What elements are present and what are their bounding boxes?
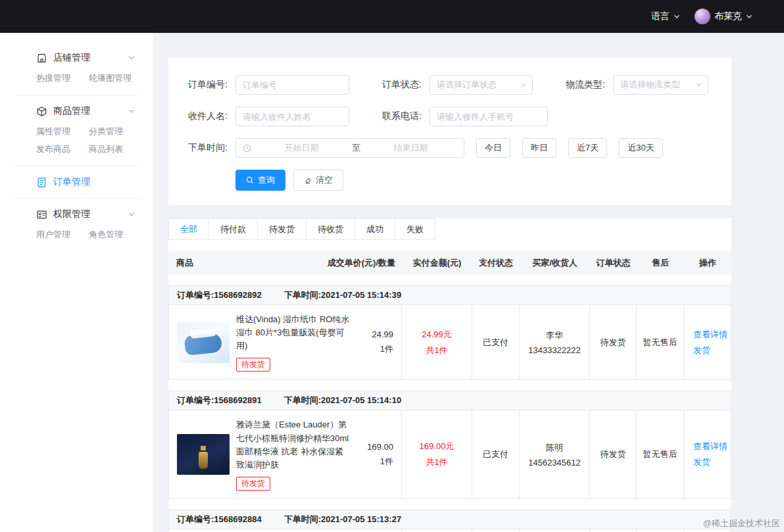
status-tag: 待发货 — [236, 358, 270, 372]
col-after-sale: 售后 — [637, 257, 684, 269]
order-row: 雅诗兰黛（Estee Lauder）第七代小棕瓶特润修护精华30ml 面部精华液… — [169, 410, 731, 498]
paid-amount-cell: 24.99元 共1件 — [401, 305, 472, 379]
goods-icon — [36, 106, 47, 117]
sidebar-item-role-management[interactable]: 角色管理 — [89, 229, 153, 241]
product-image — [177, 322, 230, 363]
order-list-panel: 全部 待付款 待发货 待收货 成功 失败 商品 成交单价(元)/数量 实付金额(… — [168, 218, 731, 532]
quick-7days-button[interactable]: 近7天 — [568, 138, 607, 158]
avatar — [695, 9, 710, 24]
store-submenu: 热搜管理 轮播图管理 — [0, 71, 153, 92]
tab-pending-shipment[interactable]: 待发货 — [257, 218, 306, 240]
pay-status-cell: 已支付 — [472, 305, 519, 379]
chevron-down-icon — [696, 82, 702, 88]
unit-price-qty: 169.00 1件 — [358, 442, 396, 468]
ship-link[interactable]: 发货 — [693, 345, 710, 356]
chevron-down-icon — [674, 13, 680, 20]
order-number: 订单编号:1568692892 — [177, 289, 262, 301]
range-separator: 至 — [352, 142, 360, 154]
order-head: 订单编号:1568692884 下单时间:2021-07-05 15:13:27 — [169, 510, 731, 529]
sidebar-item-category[interactable]: 分类管理 — [89, 126, 153, 137]
divider — [13, 95, 140, 95]
phone-input[interactable] — [429, 107, 548, 126]
date-range-picker[interactable]: 开始日期 至 结束日期 — [235, 138, 464, 158]
divider — [13, 198, 140, 199]
col-order-status: 订单状态 — [590, 257, 637, 269]
search-icon — [246, 176, 254, 184]
sidebar-item-permission-management[interactable]: 权限管理 — [0, 201, 153, 228]
order-row: 和风雨男士多效防晒喷雾150ML SPF50 PA+++ 学生军训防黑防晒乳 户… — [169, 529, 731, 532]
buyer-cell: 陈明 14562345612 — [519, 410, 589, 498]
language-menu[interactable]: 语言 — [651, 11, 680, 22]
buyer-cell: 李华 13433322222 — [519, 305, 589, 379]
main-content: 订单编号: 订单状态: 请选择订单状态 物流类型: — [153, 33, 784, 532]
order-status-cell: 待发货 — [589, 410, 636, 498]
buyer-cell: 李华 13433322222 — [519, 529, 589, 532]
username: 布莱克 — [714, 11, 742, 22]
sidebar-item-label: 订单管理 — [53, 176, 90, 188]
order-number: 订单编号:1568692884 — [177, 514, 262, 525]
receiver-name-input[interactable] — [235, 107, 349, 126]
sidebar: 店铺管理 热搜管理 轮播图管理 商品管理 属性管理 分类管理 发布商品 商品列表 — [0, 33, 153, 532]
tab-all[interactable]: 全部 — [168, 218, 209, 240]
phone-label: 联系电话: — [382, 110, 429, 122]
view-detail-link[interactable]: 查看详情 — [693, 441, 727, 452]
chevron-down-icon — [128, 209, 135, 220]
search-button[interactable]: 查询 — [235, 170, 285, 191]
user-menu[interactable]: 布莱克 — [695, 9, 752, 24]
after-sale-cell: 暂无售后 — [636, 305, 683, 379]
start-date-placeholder: 开始日期 — [255, 142, 348, 154]
table-header: 商品 成交单价(元)/数量 实付金额(元) 支付状态 买家/收货人 订单状态 售… — [168, 251, 731, 275]
actions-cell: 查看详情 发货 — [683, 305, 731, 379]
sidebar-item-user-management[interactable]: 用户管理 — [36, 229, 89, 241]
sidebar-item-carousel[interactable]: 轮播图管理 — [89, 72, 153, 84]
clear-icon — [304, 176, 312, 184]
chevron-down-icon — [128, 106, 135, 116]
logistics-type-select[interactable]: 请选择物流类型 — [613, 75, 708, 95]
sidebar-item-publish-goods[interactable]: 发布商品 — [36, 143, 89, 155]
order-status-select[interactable]: 请选择订单状态 — [429, 75, 533, 95]
actions-cell: 查看详情 发货 — [683, 410, 731, 498]
chevron-down-icon — [520, 82, 527, 88]
sidebar-item-hot-search[interactable]: 热搜管理 — [36, 72, 89, 84]
watermark: @稀土掘金技术社区 — [703, 518, 780, 529]
product-title: 维达(Vinda) 湿巾纸巾 RO纯水湿巾 80片*3包量贩装(母婴可用) — [236, 313, 351, 352]
permission-submenu: 用户管理 角色管理 — [0, 228, 153, 249]
tab-pending-receipt[interactable]: 待收货 — [306, 218, 355, 240]
tab-pending-payment[interactable]: 待付款 — [208, 218, 258, 240]
order-status-cell: 待发货 — [589, 305, 636, 379]
receiver-name-label: 收件人名: — [188, 110, 235, 122]
sidebar-item-attribute[interactable]: 属性管理 — [36, 126, 89, 137]
order-row: 维达(Vinda) 湿巾纸巾 RO纯水湿巾 80片*3包量贩装(母婴可用) 待发… — [169, 305, 731, 379]
col-paid-amount: 实付金额(元) — [402, 257, 472, 269]
sidebar-item-order-management[interactable]: 订单管理 — [0, 169, 153, 195]
view-detail-link[interactable]: 查看详情 — [693, 329, 727, 341]
clear-button[interactable]: 清空 — [293, 170, 343, 191]
order-block: 订单编号:1568692891 下单时间:2021-07-05 15:14:10… — [168, 391, 731, 499]
clock-icon — [243, 144, 251, 153]
divider — [13, 166, 140, 166]
chevron-down-icon — [746, 13, 752, 20]
end-date-placeholder: 结束日期 — [364, 142, 457, 154]
order-no-input[interactable] — [235, 75, 349, 95]
order-head: 订单编号:1568692891 下单时间:2021-07-05 15:14:10 — [169, 391, 731, 410]
logistics-type-label: 物流类型: — [566, 79, 613, 91]
sidebar-item-store-management[interactable]: 店铺管理 — [0, 45, 153, 71]
sidebar-item-goods-list[interactable]: 商品列表 — [89, 143, 153, 155]
sidebar-item-goods-management[interactable]: 商品管理 — [0, 98, 153, 124]
tab-failed[interactable]: 失败 — [395, 218, 435, 240]
after-sale-cell: 暂无售后 — [636, 529, 683, 532]
quick-30days-button[interactable]: 近30天 — [619, 138, 662, 158]
quick-yesterday-button[interactable]: 昨日 — [522, 138, 556, 158]
quick-today-button[interactable]: 今日 — [476, 138, 510, 158]
sidebar-item-label: 商品管理 — [53, 105, 90, 117]
tab-success[interactable]: 成功 — [355, 218, 395, 240]
col-unit-price-qty: 成交单价(元)/数量 — [328, 257, 395, 269]
after-sale-cell: 暂无售后 — [636, 410, 683, 498]
col-product: 商品 — [176, 257, 193, 269]
product-title: 雅诗兰黛（Estee Lauder）第七代小棕瓶特润修护精华30ml 面部精华液… — [236, 418, 351, 472]
col-buyer: 买家/收货人 — [520, 257, 590, 269]
permission-icon — [36, 209, 47, 220]
product-image — [177, 434, 230, 475]
ship-link[interactable]: 发货 — [693, 456, 710, 468]
paid-amount-cell: 169.00元 共1件 — [401, 410, 472, 498]
